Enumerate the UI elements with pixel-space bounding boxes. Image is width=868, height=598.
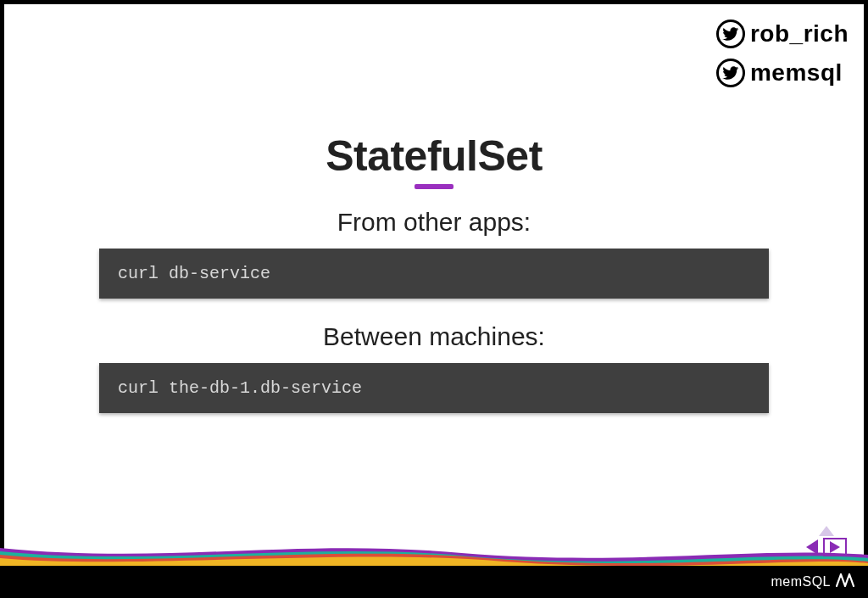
twitter-icon (716, 59, 745, 87)
footer-bar: memSQL (0, 566, 868, 598)
code-block-1: curl db-service (99, 249, 769, 299)
slide-content: StatefulSet From other apps: curl db-ser… (4, 131, 864, 432)
twitter-handles: rob_rich memsql (716, 20, 849, 87)
title-underline (415, 184, 453, 189)
chevron-right-icon (830, 541, 840, 553)
twitter-handle-2[interactable]: memsql (716, 59, 843, 87)
slide-nav (806, 526, 847, 556)
slide-frame: rob_rich memsql StatefulSet From other a… (0, 0, 868, 598)
code-block-2: curl the-db-1.db-service (99, 363, 769, 413)
twitter-icon (716, 20, 745, 48)
nav-prev-button[interactable] (806, 539, 818, 555)
nav-next-button[interactable] (823, 538, 847, 556)
nav-up-button[interactable] (819, 526, 834, 536)
footer-brand-text: memSQL (771, 574, 831, 590)
footer-logo-icon (836, 573, 854, 591)
decorative-wave (0, 541, 868, 567)
section-label-1: From other apps: (337, 208, 531, 237)
section-label-2: Between machines: (323, 322, 545, 351)
twitter-handle-1[interactable]: rob_rich (716, 20, 849, 48)
slide-title: StatefulSet (326, 131, 542, 181)
handle-text: rob_rich (750, 20, 849, 48)
handle-text: memsql (750, 59, 843, 87)
